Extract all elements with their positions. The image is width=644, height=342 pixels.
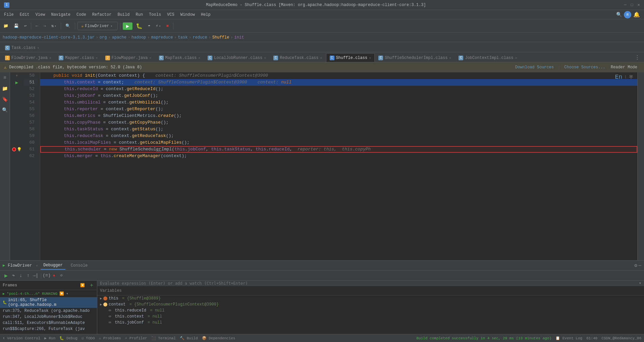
- tab-shuffle-close[interactable]: ✕: [369, 56, 371, 60]
- breakpoints-button[interactable]: ●: [51, 272, 57, 279]
- menu-file[interactable]: File: [1, 12, 16, 18]
- menu-code[interactable]: Code: [74, 12, 89, 18]
- tab-reducetask-close[interactable]: ✕: [320, 56, 322, 60]
- tab-shufflescheduler-close[interactable]: ✕: [449, 56, 451, 60]
- menu-edit[interactable]: Edit: [17, 12, 32, 18]
- build-button[interactable]: 🔨 Build: [180, 336, 198, 340]
- tab-shufflescheduler[interactable]: C ShuffleSchedulerImpl.class ✕: [375, 53, 455, 62]
- menu-view[interactable]: View: [33, 12, 48, 18]
- search-everywhere-button[interactable]: 🔍: [63, 22, 72, 29]
- search-icon[interactable]: 🔍: [616, 12, 622, 17]
- tab-jobcontext[interactable]: C JobContextImpl.class ✕: [455, 53, 521, 62]
- editor-area[interactable]: En ⁝ 半 ▼ ▶: [10, 72, 637, 260]
- frame-item-1[interactable]: run:375, ReduceTask (org.apache.hado: [0, 308, 97, 314]
- tab-mapper[interactable]: C Mapper.class ✕: [55, 53, 101, 62]
- breadcrumb-init[interactable]: init: [234, 35, 244, 40]
- breadcrumb-mapreduce[interactable]: mapreduce: [151, 35, 173, 40]
- step-into-button[interactable]: ↓: [17, 272, 24, 279]
- menu-window[interactable]: Window: [178, 12, 198, 18]
- step-over-button[interactable]: ↷: [10, 272, 17, 279]
- frame-item-0[interactable]: 🐛 init:65, Shuffle (org.apache.hadoop.m: [0, 297, 97, 308]
- frame-item-3[interactable]: call:511, Executors$RunnableAdapte: [0, 320, 97, 326]
- tab-task-class[interactable]: C Task.class ✕: [1, 43, 43, 52]
- close-button[interactable]: ✕: [636, 2, 641, 8]
- tab-flowmapper-close[interactable]: ✕: [150, 56, 152, 60]
- breadcrumb-reduce[interactable]: reduce: [193, 35, 207, 40]
- tab-task-close[interactable]: ✕: [37, 46, 39, 50]
- forward-button[interactable]: →: [41, 23, 48, 29]
- debug-status-button[interactable]: 🐛 Debug: [59, 336, 77, 340]
- var-expand-context[interactable]: ▶: [100, 302, 102, 306]
- debug-settings-icon[interactable]: ⚙: [634, 263, 637, 268]
- filter-threads-button[interactable]: 🔽: [80, 283, 85, 287]
- debug-button[interactable]: 🐛: [134, 22, 145, 30]
- mute-breakpoints-button[interactable]: ⊘: [58, 272, 65, 279]
- notification-icon[interactable]: 🔔: [633, 11, 640, 18]
- save-button[interactable]: 💾: [12, 22, 21, 29]
- run-button[interactable]: ▶: [123, 22, 132, 30]
- breadcrumb-apache[interactable]: apache: [112, 35, 126, 40]
- dependencies-button[interactable]: 📦 Dependencies: [202, 336, 235, 340]
- problems-button[interactable]: ⚠ Problems: [99, 336, 121, 340]
- bookmarks-icon[interactable]: 🔖: [1, 95, 9, 103]
- debug-tab-console[interactable]: Console: [68, 262, 90, 269]
- structure-icon[interactable]: ≡: [1, 74, 9, 82]
- download-sources-link[interactable]: Download Sources: [515, 65, 554, 70]
- tab-mapper-close[interactable]: ✕: [96, 56, 98, 60]
- tab-localjobrunner-close[interactable]: ✕: [264, 56, 266, 60]
- eval-dropdown-icon[interactable]: ▾: [639, 281, 641, 286]
- undo-button[interactable]: ↩: [22, 22, 29, 29]
- stop-button[interactable]: ■: [164, 23, 170, 29]
- debug-tab-debugger[interactable]: Debugger: [41, 262, 65, 270]
- breadcrumb-org[interactable]: org: [100, 35, 107, 40]
- minimize-button[interactable]: ─: [623, 2, 628, 8]
- tabs-overflow-button[interactable]: ⋮: [632, 53, 643, 62]
- debug-panel-close[interactable]: ✕: [36, 264, 38, 268]
- eval-input[interactable]: [100, 281, 639, 286]
- tab-flowdriver[interactable]: J FlowDriver.java ✕: [1, 53, 55, 62]
- tab-flowmapper[interactable]: J FlowMapper.java ✕: [102, 53, 155, 62]
- breadcrumb-jar[interactable]: hadoop-mapreduce-client-core-3.1.3.jar: [3, 35, 95, 40]
- profile-button[interactable]: ⚡▾: [154, 22, 163, 29]
- tab-jobcontext-close[interactable]: ✕: [515, 56, 517, 60]
- tab-flowdriver-close[interactable]: ✕: [49, 56, 51, 60]
- find-icon[interactable]: 🔍: [1, 106, 9, 114]
- menu-run[interactable]: Run: [133, 12, 146, 18]
- reader-mode-button[interactable]: Reader Mode: [608, 64, 640, 70]
- maximize-button[interactable]: □: [629, 2, 635, 8]
- menu-tools[interactable]: Tools: [146, 12, 164, 18]
- profiler-button[interactable]: ⚡ Profiler: [125, 336, 147, 340]
- menu-build[interactable]: Build: [115, 12, 132, 18]
- debug-minimize-icon[interactable]: ─: [639, 263, 641, 268]
- thread-expand-button[interactable]: ▾: [66, 291, 68, 296]
- menu-navigate[interactable]: Navigate: [48, 12, 73, 18]
- breadcrumb-shuffle[interactable]: Shuffle: [212, 35, 229, 40]
- back-button[interactable]: ←: [34, 23, 40, 29]
- menu-help[interactable]: Help: [198, 12, 213, 18]
- frame-item-2[interactable]: run:347, LocalJobRunner$Job$Reduc: [0, 314, 97, 320]
- choose-sources-link[interactable]: Choose Sources...: [564, 65, 605, 70]
- frame-item-4[interactable]: run$$$capture:266, FutureTask (jav: [0, 326, 97, 332]
- terminal-button[interactable]: ⬛ Terminal: [151, 336, 176, 340]
- run-status-button[interactable]: ▶ Run: [44, 336, 55, 340]
- tab-localjobrunner[interactable]: C LocalJobRunner.class ✕: [204, 53, 270, 62]
- thread-filter-icon[interactable]: 🔽: [59, 291, 64, 296]
- run-config-selector[interactable]: ☕ FlowDriver ▾: [77, 22, 118, 30]
- eval-bar[interactable]: ▾: [97, 281, 644, 286]
- todo-button[interactable]: ☑ TODO: [82, 336, 95, 340]
- resume-button[interactable]: ▶: [3, 272, 9, 279]
- menu-refactor[interactable]: Refactor: [90, 12, 114, 18]
- tab-reducetask[interactable]: C ReduceTask.class ✕: [270, 53, 326, 62]
- project-icon[interactable]: 📁: [1, 84, 9, 92]
- tab-shuffle[interactable]: C Shuffle.class ✕: [326, 53, 375, 62]
- code-lines[interactable]: public void init ( Context context) { co…: [40, 72, 637, 260]
- navigate-button[interactable]: ⇅▾: [49, 22, 58, 29]
- event-log-button[interactable]: 📋 Event Log: [555, 336, 582, 340]
- fold-50[interactable]: ▼: [16, 74, 18, 78]
- tab-maptask[interactable]: C MapTask.class ✕: [155, 53, 204, 62]
- menu-vcs[interactable]: VCS: [164, 12, 177, 18]
- run-to-cursor-button[interactable]: →|: [32, 272, 39, 279]
- coverage-button[interactable]: ☂: [146, 22, 152, 29]
- breadcrumb-task[interactable]: task: [178, 35, 188, 40]
- evaluate-button[interactable]: ⟨=⟩: [43, 272, 50, 279]
